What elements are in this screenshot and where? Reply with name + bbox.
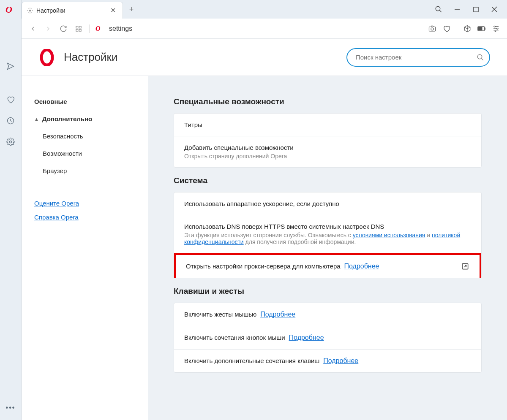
settings-sidenav: Основные ▲ Дополнительно Безопасность Во… — [22, 76, 148, 420]
settings-header: Настройки — [22, 39, 507, 76]
opera-logo-icon[interactable]: O — [5, 4, 16, 14]
row-title: Добавить специальные возможности — [184, 144, 471, 151]
svg-rect-5 — [473, 7, 478, 11]
gear-icon — [27, 8, 33, 14]
svg-point-1 — [10, 141, 12, 143]
settings-gear-icon[interactable] — [6, 137, 15, 146]
svg-point-24 — [477, 54, 482, 59]
row-title: Включить сочетания кнопок мыши — [184, 334, 285, 341]
heart-addr-icon[interactable] — [442, 24, 451, 33]
svg-point-23 — [41, 50, 52, 65]
sidebar-item-browser[interactable]: Браузер — [34, 162, 148, 179]
extra-shortcuts-row[interactable]: Включить дополнительные сочетания клавиш… — [174, 350, 481, 372]
new-tab-button[interactable]: + — [123, 0, 140, 19]
section-keys: Клавиши и жесты — [174, 287, 482, 296]
help-opera-link[interactable]: Справка Opera — [34, 210, 148, 224]
mouse-gestures-row[interactable]: Включить жесты мышью Подробнее — [174, 303, 481, 326]
svg-point-20 — [494, 26, 496, 27]
dns-text-3: для получения подробной информации. — [244, 238, 356, 245]
rocker-more-link[interactable]: Подробнее — [289, 334, 324, 341]
content: Основные ▲ Дополнительно Безопасность Во… — [22, 76, 507, 420]
search-window-icon[interactable] — [431, 2, 446, 17]
nav-divider — [89, 24, 90, 33]
sidebar-item-advanced[interactable]: ▲ Дополнительно — [34, 110, 148, 127]
tab-bar: Настройки ✕ + — [22, 0, 507, 19]
svg-point-13 — [431, 27, 433, 30]
speed-dial-icon[interactable] — [74, 24, 83, 33]
external-link-icon — [461, 262, 469, 271]
accessibility-card: Титры Добавить специальные возможности О… — [174, 113, 482, 168]
svg-rect-9 — [79, 26, 81, 28]
dns-text-1: Эта функция использует сторонние службы.… — [184, 232, 353, 238]
caret-up-icon: ▲ — [34, 117, 39, 122]
camera-icon[interactable] — [428, 24, 436, 33]
captions-row[interactable]: Титры — [174, 114, 481, 136]
minimize-icon[interactable] — [450, 2, 465, 17]
row-title: Титры — [184, 121, 471, 128]
keys-card: Включить жесты мышью Подробнее Включить … — [174, 303, 482, 373]
main-area: Настройки ✕ + — [21, 0, 507, 420]
dns-row[interactable]: Использовать DNS поверх HTTPS вместо сис… — [174, 215, 481, 253]
hw-accel-row[interactable]: Использовать аппаратное ускорение, если … — [174, 192, 481, 215]
opera-addr-icon: O — [95, 25, 103, 33]
search-input[interactable] — [346, 48, 490, 67]
opera-big-icon — [38, 49, 55, 66]
send-icon[interactable] — [6, 62, 15, 71]
svg-rect-15 — [479, 27, 482, 30]
tab-settings[interactable]: Настройки ✕ — [22, 2, 123, 19]
svg-point-3 — [436, 6, 440, 11]
dns-text-2: и — [425, 232, 432, 238]
heart-icon[interactable] — [6, 95, 15, 104]
sidebar-item-basic[interactable]: Основные — [34, 93, 148, 110]
svg-point-21 — [497, 28, 498, 29]
left-rail: O ••• — [0, 0, 21, 420]
sidebar-item-features[interactable]: Возможности — [34, 145, 148, 162]
maximize-icon[interactable] — [468, 2, 483, 17]
forward-icon[interactable] — [44, 24, 53, 33]
section-accessibility: Специальные возможности — [174, 97, 482, 106]
rate-opera-link[interactable]: Оцените Opera — [34, 196, 148, 210]
close-icon[interactable]: ✕ — [109, 6, 117, 14]
svg-point-22 — [495, 30, 496, 31]
row-title: Включить жесты мышью — [184, 311, 256, 318]
settings-body: Специальные возможности Титры Добавить с… — [148, 76, 507, 420]
rocker-row[interactable]: Включить сочетания кнопок мыши Подробнее — [174, 326, 481, 350]
row-title: Включить дополнительные сочетания клавиш — [184, 357, 319, 364]
addr-divider — [457, 24, 457, 33]
reload-icon[interactable] — [59, 24, 68, 33]
extra-more-link[interactable]: Подробнее — [323, 357, 358, 364]
terms-link[interactable]: условиями использования — [353, 232, 425, 238]
cube-icon[interactable] — [463, 24, 472, 33]
rail-divider — [6, 83, 15, 83]
battery-icon[interactable] — [477, 24, 486, 33]
sidebar-item-security[interactable]: Безопасность — [34, 127, 148, 145]
window-close-icon[interactable] — [487, 2, 502, 17]
proxy-settings-row[interactable]: Открыть настройки прокси-сервера для ком… — [174, 253, 481, 278]
history-icon[interactable] — [6, 116, 15, 125]
svg-rect-10 — [76, 29, 78, 31]
window-controls — [426, 0, 507, 19]
row-title: Использовать аппаратное ускорение, если … — [184, 200, 471, 207]
system-card: Использовать аппаратное ускорение, если … — [174, 192, 482, 278]
svg-point-2 — [29, 10, 31, 11]
section-system: Система — [174, 176, 482, 185]
row-title: Открыть настройки прокси-сервера для ком… — [186, 263, 341, 270]
sidebar-label-advanced: Дополнительно — [42, 115, 92, 122]
address-bar: O settings — [22, 19, 507, 39]
address-text[interactable]: settings — [109, 25, 422, 33]
mouse-more-link[interactable]: Подробнее — [260, 311, 295, 318]
row-title: Использовать DNS поверх HTTPS вместо сис… — [184, 223, 471, 230]
svg-rect-12 — [429, 27, 436, 31]
search-icon — [477, 54, 484, 61]
more-icon[interactable]: ••• — [6, 404, 16, 412]
page-title: Настройки — [64, 51, 338, 64]
row-subtitle: Эта функция использует сторонние службы.… — [184, 232, 471, 245]
add-accessibility-row[interactable]: Добавить специальные возможности Открыть… — [174, 136, 481, 167]
svg-rect-11 — [79, 29, 81, 31]
back-icon[interactable] — [28, 24, 38, 33]
tab-title: Настройки — [36, 7, 105, 14]
proxy-more-link[interactable]: Подробнее — [344, 263, 379, 270]
row-subtitle: Открыть страницу дополнений Opera — [184, 153, 471, 160]
easy-setup-icon[interactable] — [492, 24, 500, 33]
svg-rect-8 — [76, 26, 78, 28]
